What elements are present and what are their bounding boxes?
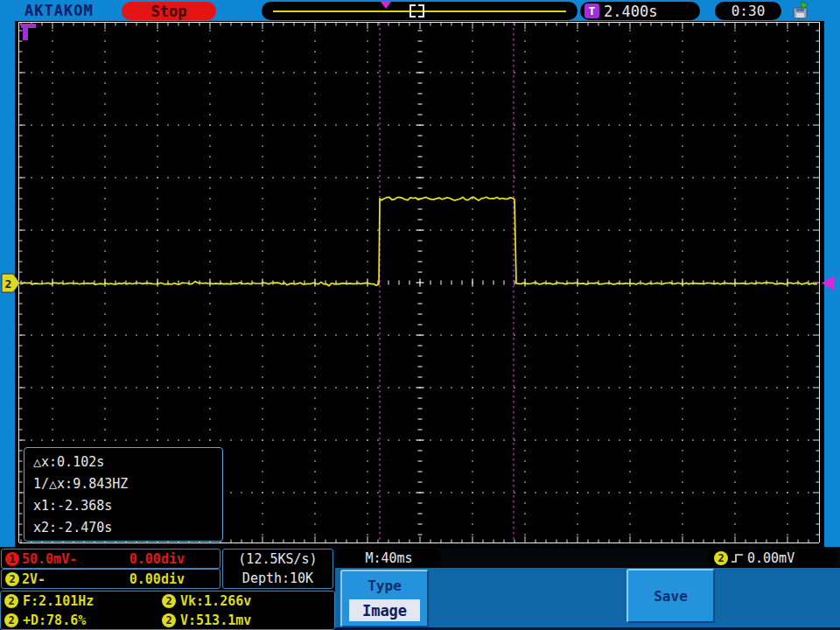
- measurement-ch-badge: 2: [162, 613, 176, 627]
- ch2-offset: 0.00div: [130, 571, 185, 587]
- trigger-level-indicator: 2 0.00mV: [708, 549, 837, 567]
- cursor-measurement-box: △x:0.102s 1/△x:9.843HZ x1:-2.368s x2:-2.…: [24, 447, 223, 542]
- trigger-position-icon[interactable]: [381, 2, 391, 9]
- timebase-indicator: M:40ms: [337, 549, 441, 567]
- bottom-status-area: 1 50.0mV- 0.00div 2 2V- 0.00div (12.5KS/…: [0, 547, 840, 630]
- clock: 0:30: [715, 2, 781, 20]
- brand-logo: AKTAKOM: [24, 2, 94, 19]
- run-state-indicator: Stop: [122, 2, 216, 20]
- cursor-inverse-delta-x: 1/△x:9.843HZ: [33, 473, 222, 495]
- type-selected-value: Image: [349, 599, 420, 621]
- type-button-label: Type: [342, 578, 427, 594]
- measurements-panel: 2 F:2.101Hz 2 Vk:1.266v 2 +D:78.6% 2 V:5…: [0, 591, 335, 630]
- svg-text:2: 2: [5, 277, 12, 290]
- acquisition-status: (12.5KS/s) Depth:10K: [222, 549, 333, 589]
- softkey-menu-panel: Type Image Save: [335, 568, 840, 630]
- trigger-offset-indicator: T 2.400s: [580, 2, 700, 20]
- save-button-label: Save: [654, 588, 688, 605]
- measurement-ch-badge: 2: [162, 594, 176, 608]
- save-button[interactable]: Save: [626, 569, 715, 623]
- top-status-bar: AKTAKOM Stop T 2.400s 0:30: [0, 0, 840, 22]
- window-bracket-right-icon: [418, 4, 424, 18]
- measurement-ch-badge: 2: [4, 594, 18, 608]
- measurement-voltage: 2 V:513.1mv: [162, 611, 334, 630]
- ch2-badge: 2: [5, 572, 19, 586]
- clock-value: 0:30: [732, 3, 766, 19]
- rising-edge-icon: [731, 552, 745, 564]
- measurement-frequency: 2 F:2.101Hz: [4, 592, 162, 611]
- sample-rate: (12.5KS/s): [238, 550, 317, 569]
- ch1-badge: 1: [5, 552, 19, 566]
- cursor-x1-value: x1:-2.368s: [33, 495, 222, 517]
- measurement-ch-badge: 2: [4, 613, 18, 627]
- oscilloscope-screen: AKTAKOM Stop T 2.400s 0:30: [0, 0, 840, 630]
- timebase-value: M:40ms: [365, 550, 412, 566]
- cursor-delta-x: △x:0.102s: [33, 452, 222, 473]
- cursor-x2-value: x2:-2.470s: [33, 517, 222, 539]
- measurement-duty: 2 +D:78.6%: [4, 611, 162, 630]
- ch2-status: 2 2V- 0.00div: [1, 569, 220, 589]
- ch2-scale: 2V-: [22, 571, 46, 587]
- trigger-source-badge: 2: [714, 551, 728, 565]
- trigger-offset-value: 2.400s: [604, 3, 657, 20]
- trigger-badge-icon: T: [584, 4, 599, 18]
- ch1-offset: 0.00div: [130, 551, 185, 567]
- ch1-scale: 50.0mV-: [22, 551, 77, 567]
- ch1-status: 1 50.0mV- 0.00div: [1, 549, 220, 569]
- memory-depth: Depth:10K: [242, 569, 313, 588]
- window-bracket-left-icon: [410, 4, 416, 18]
- measurement-vk: 2 Vk:1.266v: [162, 592, 334, 611]
- trigger-level-value: 0.00mV: [747, 550, 794, 566]
- usb-save-icon: [790, 2, 813, 20]
- run-state-label: Stop: [151, 3, 187, 20]
- memory-window-indicator: [262, 2, 578, 20]
- type-button[interactable]: Type Image: [340, 570, 429, 627]
